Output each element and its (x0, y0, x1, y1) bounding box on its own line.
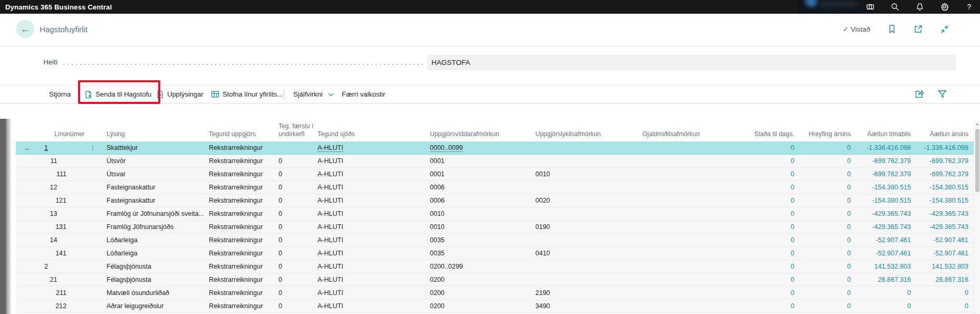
cell-lysing[interactable]: Fasteignaskattur (107, 194, 209, 207)
cell-num[interactable]: 11 (37, 155, 90, 167)
cell-atim[interactable]: -154.380.515 (853, 194, 913, 207)
cell-atim[interactable]: -52.907.461 (853, 234, 913, 246)
cell-hreyf[interactable]: 0 (796, 247, 853, 260)
cell-lysing[interactable]: Fasteignaskattur (107, 181, 209, 194)
cell-num[interactable]: 141 (37, 247, 90, 260)
col-header-atim[interactable]: Áætlun tímabils (853, 130, 913, 138)
cell-ts[interactable]: A-HLUTI (318, 194, 430, 207)
cell-vidd[interactable]: 0200 (430, 300, 535, 312)
cell-lysing[interactable]: Matvæli ósundurliðað (107, 287, 209, 299)
cell-stada[interactable]: 0 (736, 181, 796, 194)
cell-stada[interactable]: 0 (736, 260, 796, 273)
cell-stada[interactable]: 0 (736, 168, 796, 180)
help-icon[interactable]: ? (965, 3, 974, 12)
cell-gj[interactable] (633, 141, 736, 154)
cell-gj[interactable] (633, 207, 736, 220)
cell-stada[interactable]: 0 (736, 273, 796, 286)
cell-vidd[interactable]: 0200 (430, 273, 535, 286)
cell-tf[interactable]: 0 (275, 300, 318, 312)
cell-lyk[interactable]: 0020 (535, 194, 633, 207)
cell-tu[interactable]: Rekstrarreikningur (209, 181, 275, 194)
cell-aars[interactable]: -429.365.743 (913, 221, 974, 233)
cell-gj[interactable] (633, 260, 736, 273)
cell-stada[interactable]: 0 (736, 155, 796, 167)
back-button[interactable]: ← (16, 20, 34, 38)
scrollbar-thumb[interactable] (975, 129, 979, 192)
cell-hreyf[interactable]: 0 (796, 287, 853, 299)
cell-num[interactable]: 14 (37, 234, 90, 246)
cell-tu[interactable]: Rekstrarreikningur (209, 287, 275, 299)
open-in-window-icon[interactable] (914, 24, 923, 34)
cell-lyk[interactable] (535, 273, 633, 286)
table-row[interactable]: 121FasteignaskatturRekstrarreikningur0A-… (16, 194, 974, 207)
cell-aars[interactable]: -429.365.743 (913, 207, 974, 220)
cell-lyk[interactable] (535, 141, 633, 154)
cell-tu[interactable]: Rekstrarreikningur (209, 300, 275, 312)
cell-stada[interactable]: 0 (736, 287, 796, 299)
cell-ts[interactable]: A-HLUTI (318, 287, 430, 299)
cell-hreyf[interactable]: 0 (796, 141, 853, 154)
cell-tf[interactable]: 0 (275, 155, 318, 167)
cell-lysing[interactable]: Útsvar (107, 168, 209, 180)
cell-stada[interactable]: 0 (736, 300, 796, 312)
settings-icon[interactable] (940, 3, 949, 12)
cell-aars[interactable]: 0 (913, 287, 974, 299)
cell-lysing[interactable]: Félagsþjónusta (107, 260, 209, 273)
table-row[interactable]: 21FélagsþjónustaRekstrarreikningur0A-HLU… (16, 273, 974, 287)
cell-ts[interactable]: A-HLUTI (318, 207, 430, 220)
cell-tu[interactable]: Rekstrarreikningur (209, 141, 275, 154)
cell-vidd[interactable]: 0035 (430, 247, 535, 260)
table-row[interactable]: 141LóðarleigaRekstrarreikningur0A-HLUTI0… (16, 247, 974, 260)
cell-hreyf[interactable]: 0 (796, 155, 853, 167)
table-row[interactable]: 11ÚtsvörRekstrarreikningur0A-HLUTI000100… (16, 155, 974, 168)
col-header-gj[interactable]: Gjaldmiðilsafmörkun (633, 130, 736, 138)
cell-tu[interactable]: Rekstrarreikningur (209, 234, 275, 246)
cell-tu[interactable]: Rekstrarreikningur (209, 221, 275, 233)
bookmark-icon[interactable] (887, 24, 897, 34)
cell-lyk[interactable]: 0190 (535, 221, 633, 233)
cell-atim[interactable]: -1.336.416.098 (853, 141, 913, 154)
cell-hreyf[interactable]: 0 (796, 207, 853, 220)
cell-hreyf[interactable]: 0 (796, 181, 853, 194)
cell-hreyf[interactable]: 0 (796, 194, 853, 207)
cell-tf[interactable]: 0 (275, 234, 318, 246)
cell-atim[interactable]: 0 (853, 300, 913, 312)
heiti-input[interactable]: HAGSTOFA (427, 55, 956, 70)
cell-vidd[interactable]: 0001 (430, 155, 535, 167)
cell-tu[interactable]: Rekstrarreikningur (209, 207, 275, 220)
cell-tu[interactable]: Rekstrarreikningur (209, 247, 275, 260)
cell-tu[interactable]: Rekstrarreikningur (209, 194, 275, 207)
cell-gj[interactable] (633, 247, 736, 260)
cell-ts[interactable]: A-HLUTI (318, 260, 430, 273)
cell-tf[interactable]: 0 (275, 287, 318, 299)
cell-vidd[interactable]: 0200..0299 (430, 260, 535, 273)
cell-aars[interactable]: -52.907.461 (913, 234, 974, 246)
cell-tf[interactable]: 0 (275, 207, 318, 220)
cell-stada[interactable]: 0 (736, 194, 796, 207)
cell-hreyf[interactable]: 0 (796, 234, 853, 246)
cell-lyk[interactable] (535, 260, 633, 273)
cell-lyk[interactable]: 3490 (535, 300, 633, 312)
cell-vidd[interactable]: 0001 (430, 168, 535, 180)
cell-num[interactable]: 1 (37, 141, 90, 154)
cell-hreyf[interactable]: 0 (796, 273, 853, 286)
cell-vidd[interactable]: 0200 (430, 287, 535, 299)
cell-num[interactable]: 13 (37, 207, 90, 220)
cell-vidd[interactable]: 0010 (430, 221, 535, 233)
cell-tf[interactable]: 0 (275, 221, 318, 233)
row-ellipsis-menu-icon[interactable]: ⋮ (90, 141, 107, 154)
cell-atim[interactable]: -154.380.515 (853, 181, 913, 194)
cell-lysing[interactable]: Félagsþjónusta (107, 273, 209, 286)
cell-num[interactable]: 2 (37, 260, 90, 273)
cell-atim[interactable]: -429.365.743 (853, 221, 913, 233)
cell-stada[interactable]: 0 (736, 207, 796, 220)
cell-stada[interactable]: 0 (736, 247, 796, 260)
col-header-vidd[interactable]: Uppgjörsvíddarafmörkun (430, 130, 535, 138)
cell-ts[interactable]: A-HLUTI (318, 234, 430, 246)
cell-stada[interactable]: 0 (736, 221, 796, 233)
cell-hreyf[interactable]: 0 (796, 300, 853, 312)
cell-gj[interactable] (633, 287, 736, 299)
cell-lysing[interactable]: Aðrar leigugreiðslur (107, 300, 209, 312)
col-header-tf[interactable]: Teg. færslu í undirkerfi (275, 122, 318, 138)
cell-aars[interactable]: -699.762.379 (913, 168, 974, 180)
